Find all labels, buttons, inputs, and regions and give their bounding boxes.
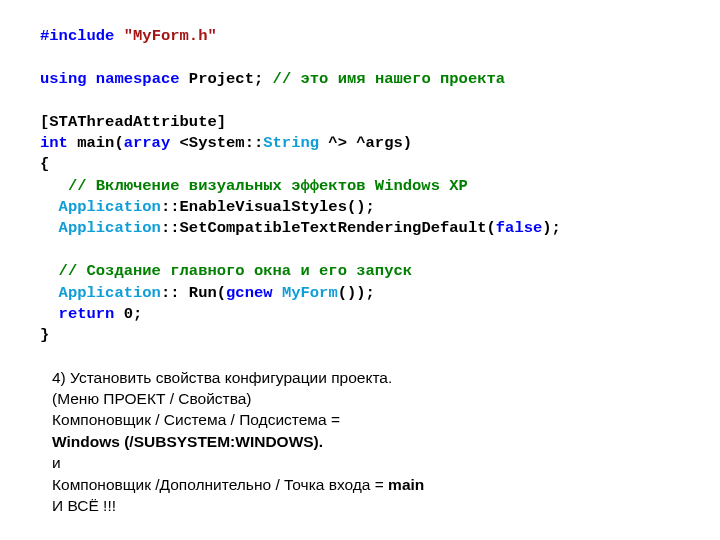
call-run: :: Run( — [161, 284, 226, 302]
space — [263, 70, 272, 88]
call-run-end: ()); — [338, 284, 375, 302]
paren-close: ); — [542, 219, 561, 237]
note-bold-subsystem: Windows (/SUBSYSTEM:WINDOWS). — [52, 433, 323, 450]
indent — [40, 305, 59, 323]
space — [114, 27, 123, 45]
keyword-int: int — [40, 134, 68, 152]
return-val: 0; — [114, 305, 142, 323]
note-line-7: И ВСЁ !!! — [52, 495, 680, 516]
type-application: Application — [59, 198, 161, 216]
type-application: Application — [59, 219, 161, 237]
keyword-namespace: namespace — [96, 70, 180, 88]
space — [87, 70, 96, 88]
args-rest: ^> ^args) — [319, 134, 412, 152]
indent — [40, 177, 68, 195]
main-decl: main( — [68, 134, 124, 152]
comment-project: // это имя нашего проекта — [273, 70, 506, 88]
note-entrypoint-label: Компоновщик /Дополнительно / Точка входа… — [52, 476, 388, 493]
space — [180, 70, 189, 88]
call-evs: ::EnableVisualStyles(); — [161, 198, 375, 216]
keyword-include: #include — [40, 27, 114, 45]
generic-open: <System:: — [170, 134, 263, 152]
document-page: #include "MyForm.h" using namespace Proj… — [0, 0, 720, 536]
keyword-false: false — [496, 219, 543, 237]
attribute: [STAThreadAttribute] — [40, 113, 226, 131]
note-line-6: Компоновщик /Дополнительно / Точка входа… — [52, 474, 680, 495]
indent — [40, 198, 59, 216]
space — [273, 284, 282, 302]
indent — [40, 284, 59, 302]
keyword-gcnew: gcnew — [226, 284, 273, 302]
indent — [40, 219, 59, 237]
type-myform: MyForm — [282, 284, 338, 302]
brace-close: } — [40, 326, 49, 344]
note-line-5: и — [52, 452, 680, 473]
note-line-3: Компоновщик / Система / Подсистема = — [52, 409, 680, 430]
code-block: #include "MyForm.h" using namespace Proj… — [40, 26, 680, 347]
note-line-4: Windows (/SUBSYSTEM:WINDOWS). — [52, 431, 680, 452]
note-line-1: 4) Установить свойства конфигурации прое… — [52, 367, 680, 388]
keyword-array: array — [124, 134, 171, 152]
namespace-name: Project; — [189, 70, 263, 88]
notes-block: 4) Установить свойства конфигурации прое… — [52, 367, 680, 517]
indent — [40, 262, 59, 280]
note-line-2: (Меню ПРОЕКТ / Свойства) — [52, 388, 680, 409]
keyword-using: using — [40, 70, 87, 88]
call-sctrd: ::SetCompatibleTextRenderingDefault( — [161, 219, 496, 237]
comment-mainwin: // Создание главного окна и его запуск — [59, 262, 412, 280]
keyword-return: return — [59, 305, 115, 323]
type-string: String — [263, 134, 319, 152]
note-bold-main: main — [388, 476, 424, 493]
string-header: "MyForm.h" — [124, 27, 217, 45]
brace-open: { — [40, 155, 49, 173]
comment-xp: // Включение визуальных эффектов Windows… — [68, 177, 468, 195]
type-application: Application — [59, 284, 161, 302]
